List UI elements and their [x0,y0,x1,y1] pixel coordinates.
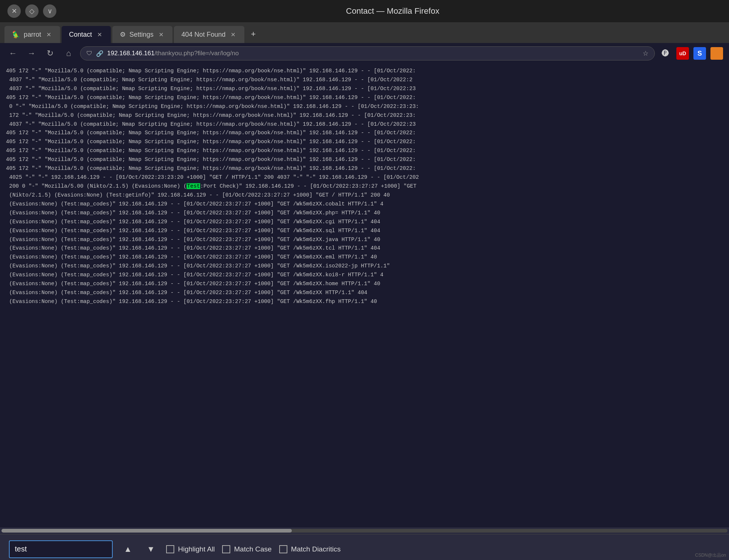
reload-button[interactable]: ↻ [43,46,57,60]
security-icon: 🛡 [86,50,92,57]
title-bar: ✕ ◇ ∨ Contact — Mozilla Firefox [0,0,729,22]
tab-parrot-label: parrot [24,31,41,39]
scrollbar-thumb[interactable] [1,529,292,533]
match-case-option[interactable]: Match Case [222,545,271,553]
parrot-icon: 🦜 [12,30,20,39]
tab-404-close[interactable]: ✕ [229,30,237,39]
window-controls: ✕ ◇ ∨ [7,4,56,18]
watermark: CSDN@出品on [695,552,726,559]
match-diacritics-option[interactable]: Match Diacritics [279,545,341,553]
new-tab-button[interactable]: + [246,27,261,42]
match-diacritics-label: Match Diacritics [291,545,341,553]
find-input[interactable] [9,540,113,558]
ublock-icon[interactable]: uD [676,47,689,60]
tab-parrot-close[interactable]: ✕ [45,30,53,39]
extra-icon[interactable] [710,47,723,60]
s-extension-icon[interactable]: S [693,47,706,60]
url-domain: 192.168.146.161 [107,50,155,57]
address-bar[interactable]: 🛡 🔗 192.168.146.161/thankyou.php?file=/v… [80,46,655,60]
highlight-all-label: Highlight All [178,545,215,553]
content-area: 405 172 "-" "Mozilla/5.0 (compatible; Nm… [0,64,729,527]
match-case-label: Match Case [234,545,271,553]
highlight-all-option[interactable]: Highlight All [166,545,215,553]
pocket-icon[interactable]: 🅟 [659,47,672,60]
match-diacritics-checkbox[interactable] [279,545,287,553]
window-chevron-button[interactable]: ∨ [43,4,56,18]
nav-bar: ← → ↻ ⌂ 🛡 🔗 192.168.146.161/thankyou.php… [0,43,729,64]
tab-contact[interactable]: Contact ✕ [62,26,111,43]
window-diamond-button[interactable]: ◇ [25,4,39,18]
url-path: /thankyou.php?file=/var/log/no [155,50,239,57]
tab-bar: 🦜 parrot ✕ Contact ✕ ⚙ Settings ✕ 404 No… [0,22,729,43]
bookmark-icon[interactable]: ☆ [643,49,649,57]
tab-contact-label: Contact [69,31,92,39]
tab-contact-close[interactable]: ✕ [96,30,103,39]
tab-settings-close[interactable]: ✕ [157,30,165,39]
settings-icon: ⚙ [120,30,126,39]
tab-parrot[interactable]: 🦜 parrot ✕ [4,26,60,43]
url-display[interactable]: 192.168.146.161/thankyou.php?file=/var/l… [107,50,639,57]
window-title: Contact — Mozilla Firefox [64,6,722,16]
back-button[interactable]: ← [6,46,20,60]
tab-404[interactable]: 404 Not Found ✕ [174,26,244,43]
tab-404-label: 404 Not Found [181,31,225,39]
tracking-icon: 🔗 [96,50,103,57]
nav-extras: 🅟 uD S [659,47,723,60]
forward-button[interactable]: → [24,46,39,60]
highlight-all-checkbox[interactable] [166,545,174,553]
find-next-button[interactable]: ▼ [143,541,159,557]
horizontal-scrollbar[interactable] [0,527,729,534]
log-content: 405 172 "-" "Mozilla/5.0 (compatible; Nm… [6,67,723,306]
find-prev-button[interactable]: ▲ [120,541,136,557]
window-close-button[interactable]: ✕ [7,4,21,18]
tab-settings[interactable]: ⚙ Settings ✕ [112,26,172,43]
scrollbar-track[interactable] [1,529,728,533]
match-case-checkbox[interactable] [222,545,230,553]
find-bar: ▲ ▼ Highlight All Match Case Match Diacr… [0,534,729,560]
home-button[interactable]: ⌂ [62,46,76,60]
tab-settings-label: Settings [129,31,154,39]
